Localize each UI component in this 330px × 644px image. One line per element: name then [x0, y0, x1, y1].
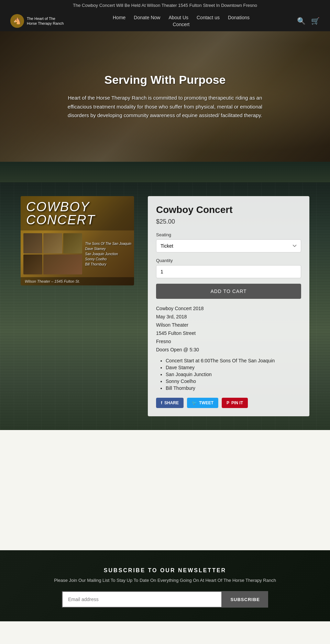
newsletter-title: SUBSCRIBE TO OUR NEWSLETTER [10, 567, 320, 574]
hero-title: Serving With Purpose [65, 73, 265, 87]
cart-icon[interactable]: 🛒 [311, 17, 320, 25]
event-detail-5: Doors Open @ 5:30 [156, 347, 301, 352]
hero-section: Serving With Purpose Heart of the Horse … [0, 31, 330, 162]
main-nav: Home Donate Now About Us Contact us Dona… [65, 15, 297, 27]
product-title: Cowboy Concert [156, 204, 301, 215]
performer-1: Dave Stamey [166, 365, 301, 370]
announcement-banner: The Cowboy Concert Will Be Held At Wilso… [0, 0, 330, 11]
pinterest-icon: P [227, 400, 229, 405]
nav-contact[interactable]: Contact us [197, 15, 220, 20]
pinterest-pin-button[interactable]: P PIN IT [222, 398, 248, 408]
twitter-icon: 🐦 [192, 400, 197, 405]
newsletter-form: SUBSCRIBE [62, 591, 268, 608]
product-details: Cowboy Concert $25.00 Seating Ticket Qua… [148, 196, 309, 416]
search-icon[interactable]: 🔍 [297, 17, 306, 25]
event-detail-3: 1545 Fulton Street [156, 330, 301, 336]
email-input[interactable] [62, 591, 222, 608]
concert-poster: COWBOY CONCERT The Sons Of The San Joaqu… [21, 196, 134, 285]
event-detail-4: Fresno [156, 339, 301, 344]
poster-main-title: COWBOY CONCERT [26, 200, 129, 226]
nav-row-2: Concert [173, 22, 189, 27]
nav-about[interactable]: About Us [168, 15, 188, 20]
light-section [0, 430, 330, 550]
performer-2: San Joaquin Junction [166, 372, 301, 377]
add-to-cart-button[interactable]: ADD TO CART [156, 284, 301, 299]
quantity-label: Quantity [156, 258, 301, 263]
performer-0: Concert Start at 6:00The Sons Of The San… [166, 358, 301, 363]
logo-text: The Heart of The Horse Therapy Ranch [27, 16, 65, 26]
product-price: $25.00 [156, 218, 301, 225]
logo[interactable]: 🐴 The Heart of The Horse Therapy Ranch [10, 14, 65, 28]
performer-3: Sonny Coelho [166, 379, 301, 384]
facebook-share-button[interactable]: f SHARE [156, 398, 184, 408]
event-detail-2: Wilson Theater [156, 322, 301, 328]
poster-names: The Sons Of The San Joaquin Dave Stamey … [84, 233, 131, 274]
nav-row-1: Home Donate Now About Us Contact us Dona… [113, 15, 250, 20]
twitter-tweet-button[interactable]: 🐦 TWEET [187, 398, 218, 408]
performers-list: Concert Start at 6:00The Sons Of The San… [156, 358, 301, 391]
texture-divider-top [0, 162, 330, 182]
event-detail-0: Cowboy Concert 2018 [156, 306, 301, 311]
poster-photo-5 [43, 255, 82, 275]
newsletter-text: Please Join Our Mailing List To Stay Up … [10, 578, 320, 583]
poster-venue: Wilson Theater – 1545 Fulton St. [21, 277, 134, 285]
quantity-input[interactable] [156, 265, 301, 278]
seating-label: Seating [156, 232, 301, 237]
nav-concert[interactable]: Concert [173, 22, 189, 27]
site-footer: SUBSCRIBE TO OUR NEWSLETTER Please Join … [0, 550, 330, 621]
seating-select[interactable]: Ticket [156, 239, 301, 252]
poster-performers-area: The Sons Of The San Joaquin Dave Stamey … [21, 230, 134, 277]
poster-photo-2 [43, 233, 62, 253]
banner-text: The Cowboy Concert Will Be Held At Wilso… [73, 3, 257, 8]
hero-content: Serving With Purpose Heart of the Horse … [45, 66, 285, 127]
event-detail-1: May 3rd, 2018 [156, 314, 301, 319]
poster-photo-1 [23, 233, 42, 253]
site-header: 🐴 The Heart of The Horse Therapy Ranch H… [0, 11, 330, 31]
performer-4: Bill Thornbury [166, 385, 301, 391]
facebook-icon: f [161, 400, 162, 405]
header-actions: 🔍 🛒 [297, 17, 320, 25]
poster-photo-4 [23, 255, 42, 275]
event-info: Cowboy Concert 2018 May 3rd, 2018 Wilson… [156, 306, 301, 352]
subscribe-button[interactable]: SUBSCRIBE [222, 591, 268, 608]
nav-donations[interactable]: Donations [228, 15, 250, 20]
nav-home[interactable]: Home [113, 15, 125, 20]
nav-donate[interactable]: Donate Now [134, 15, 160, 20]
poster-photo-3 [63, 233, 82, 253]
social-buttons: f SHARE 🐦 TWEET P PIN IT [156, 398, 301, 408]
product-section: COWBOY CONCERT The Sons Of The San Joaqu… [0, 182, 330, 430]
logo-icon: 🐴 [10, 14, 24, 28]
poster-photos-grid [23, 233, 82, 274]
poster-title-area: COWBOY CONCERT [21, 196, 134, 230]
hero-description: Heart of the Horse Therapy Ranch is comm… [65, 93, 265, 120]
